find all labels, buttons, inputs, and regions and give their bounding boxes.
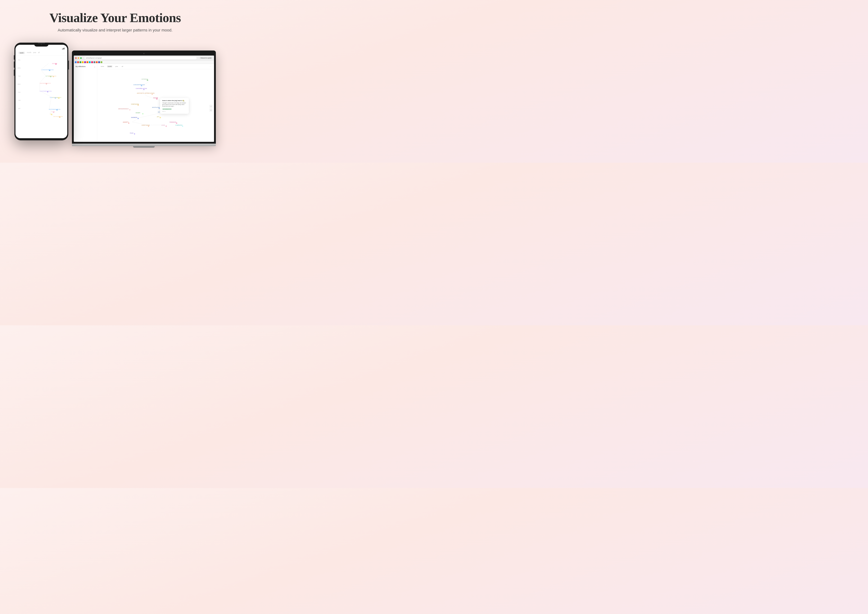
phone-speaker xyxy=(38,43,45,43)
tooltip-date: NOV 8 xyxy=(162,111,187,112)
phone-emotion-dot-5 xyxy=(47,91,48,92)
emotion-anxiety: ANXIETY xyxy=(123,121,129,123)
phone-time-tabs: week month year all ··· xyxy=(16,50,67,56)
phone-emotion-dot-4 xyxy=(46,83,47,84)
hero-subtitle: Automatically visualize and interpret la… xyxy=(4,28,227,33)
phone-tab-more[interactable]: ··· xyxy=(62,51,64,54)
laptop-camera xyxy=(143,53,144,54)
laptop-body: writewithpearl.com/graph Relaunch to upd… xyxy=(72,51,216,144)
bookmark-3 xyxy=(79,61,81,63)
emotion-joy-dot xyxy=(160,117,161,118)
tooltip-tag: DETERMINATION xyxy=(162,109,172,110)
emotion-joy: JOY xyxy=(157,116,160,117)
phone-tab-year[interactable]: year xyxy=(33,51,36,54)
emotion-annoyance-dot xyxy=(148,126,149,127)
devices-container: week month year all ··· ALL MON TUE WED … xyxy=(0,43,230,147)
app-main: week month year all ··· xyxy=(97,64,214,142)
day-label-all: ALL xyxy=(16,59,21,60)
phone-mute-button xyxy=(14,55,15,60)
signal-bar-1 xyxy=(62,49,62,50)
app-sidebar: My reflections « xyxy=(74,64,97,142)
phone-emotion-excitement: EXCITEMENT xyxy=(53,97,62,98)
phone-emotion-contemplation: CONTEMPLATION xyxy=(40,91,51,92)
phone-connector-lines xyxy=(21,56,67,135)
day-label-mon: MON xyxy=(16,67,21,69)
laptop-stand xyxy=(133,146,155,147)
day-label-sat: SAT xyxy=(16,108,21,109)
bookmark-8 xyxy=(91,61,93,63)
laptop-tab-more[interactable]: ··· xyxy=(210,65,211,67)
phone-camera xyxy=(41,44,42,45)
laptop-time-tabs: week month year all ··· xyxy=(97,64,214,69)
browser-close-btn[interactable] xyxy=(75,57,77,59)
bookmark-11 xyxy=(98,61,100,63)
phone-emotion-dot-0 xyxy=(55,63,57,65)
emotion-concentration-dot xyxy=(141,85,142,86)
laptop-device: writewithpearl.com/graph Relaunch to upd… xyxy=(72,51,216,147)
hero-section: Visualize Your Emotions Automatically vi… xyxy=(0,0,230,38)
emotion-desire: DESIRE xyxy=(153,97,158,99)
browser-toolbar: writewithpearl.com/graph Relaunch to upd… xyxy=(74,56,214,60)
emotion-romance-dot xyxy=(176,122,177,124)
phone-tab-all[interactable]: all xyxy=(38,51,40,54)
bookmark-2 xyxy=(77,61,79,63)
bookmark-9 xyxy=(93,61,95,63)
emotion-sympathy-dot xyxy=(182,126,183,127)
phone-vol-up-button xyxy=(14,62,15,68)
browser-address-bar[interactable]: writewithpearl.com/graph xyxy=(84,56,197,60)
phone-emotion-dot-1 xyxy=(49,70,50,71)
phone-graph: ALL MON TUE WED THU FRI SAT xyxy=(16,56,67,135)
zoom-in-btn[interactable]: + xyxy=(210,105,213,108)
scroll-thumb[interactable]: ≡ xyxy=(210,109,213,112)
phone-emotion-awkwardness: AWKWARDNESS xyxy=(40,83,51,84)
emotion-fear: FEAR xyxy=(130,132,134,134)
bookmark-google xyxy=(75,61,77,63)
day-label-tue: TUE xyxy=(16,76,21,77)
emotion-sympathy: SYMPATHY xyxy=(175,124,183,126)
sidebar-title: My reflections xyxy=(76,66,85,67)
phone-tab-month[interactable]: month xyxy=(27,51,31,54)
signal-bar-2 xyxy=(63,48,64,50)
emotion-aesthetic-dot xyxy=(152,94,153,95)
emotion-doubt-dot xyxy=(142,113,143,114)
browser-minimize-btn[interactable] xyxy=(78,57,79,59)
browser-maximize-btn[interactable] xyxy=(80,57,82,59)
emotion-concentration: CONCENTRATION xyxy=(134,84,145,85)
hero-title: Visualize Your Emotions xyxy=(4,11,227,25)
tooltip-text: i thought i would work a lot today, but … xyxy=(162,102,187,107)
emotion-nostalgia-dot xyxy=(158,108,160,109)
emotion-interest-dot xyxy=(147,79,148,81)
phone-emotion-determination: DETERMINATION xyxy=(49,109,61,110)
browser-relaunch-btn[interactable]: Relaunch to update xyxy=(199,57,213,59)
bookmark-7 xyxy=(89,61,91,63)
tooltip-title: home is where the (my) heart is 🏡 xyxy=(162,100,187,101)
laptop-tab-year[interactable]: year xyxy=(115,65,119,68)
svg-line-5 xyxy=(49,97,51,109)
phone-emotion-dot-3 xyxy=(53,76,54,77)
svg-line-2 xyxy=(40,76,45,83)
day-label-fri: FRI xyxy=(16,100,21,101)
signal-bar-3 xyxy=(64,48,64,50)
emotion-contemplation-dot xyxy=(143,89,144,90)
laptop-base xyxy=(72,144,216,146)
laptop-graph-area: INTEREST CONCENTRATION CONTEMPLATION AES… xyxy=(97,69,214,142)
laptop-tab-month[interactable]: month xyxy=(107,65,112,68)
phone-emotion-dot-10 xyxy=(53,112,54,113)
emotion-sadness: SADNESS xyxy=(131,117,137,118)
emotion-contemplation: CONTEMPLATION xyxy=(136,88,147,89)
emotion-confusion-dot xyxy=(137,104,139,106)
laptop-tab-all[interactable]: all xyxy=(121,65,124,68)
sidebar-collapse-btn[interactable]: « xyxy=(94,66,95,68)
emotion-desire-dot xyxy=(156,98,158,99)
phone-tab-week[interactable]: week xyxy=(19,51,25,54)
laptop-tab-week[interactable]: week xyxy=(100,65,105,68)
phone-emotion-confusion: CONFUSION xyxy=(48,76,56,77)
svg-line-1 xyxy=(40,70,46,76)
emotion-love: LOVE xyxy=(161,124,165,126)
bookmark-10 xyxy=(96,61,98,63)
emotion-fear-dot xyxy=(134,133,135,135)
bookmarks-bar xyxy=(74,60,214,64)
phone-emotion-dot-12 xyxy=(59,116,61,118)
phone-signal-bars xyxy=(62,48,64,50)
phone-day-labels: ALL MON TUE WED THU FRI SAT xyxy=(16,56,21,135)
